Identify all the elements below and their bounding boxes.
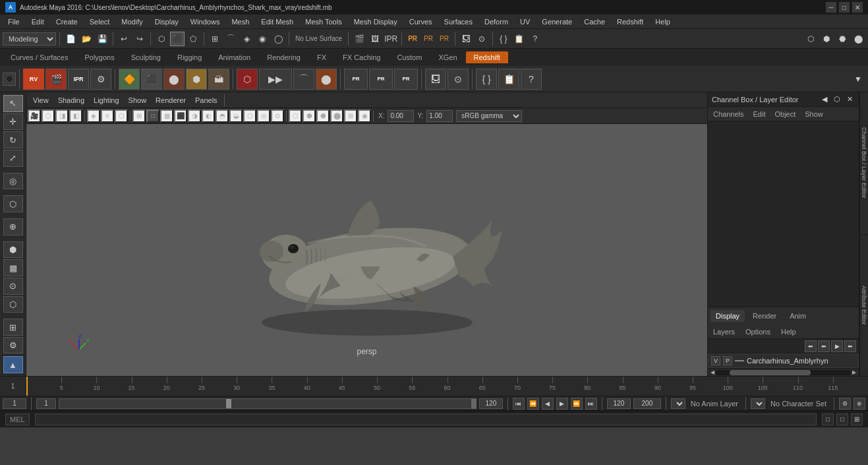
- tab-sculpting[interactable]: Sculpting: [123, 51, 169, 63]
- play-back-button[interactable]: ◀: [542, 398, 554, 410]
- vp-cam-seq-button[interactable]: ⬡: [42, 109, 55, 123]
- menu-item-select[interactable]: Select: [84, 15, 115, 28]
- layer-arrow-left-2[interactable]: ⬅: [818, 340, 830, 352]
- shelf-icon-8[interactable]: ⬡: [237, 69, 258, 90]
- char-set-settings-button[interactable]: ⊕: [854, 398, 865, 410]
- script-editor-button[interactable]: { }: [496, 32, 511, 46]
- lighting-menu[interactable]: Lighting: [90, 95, 123, 106]
- shelf-rv-button[interactable]: RV: [23, 69, 44, 90]
- timeline-ruler[interactable]: 5101520253035404550556065707580859095100…: [26, 377, 868, 396]
- layer-arrow-left-3[interactable]: ⬅: [844, 340, 856, 352]
- ipr-button[interactable]: IPR: [384, 32, 398, 46]
- tab-rigging[interactable]: Rigging: [169, 51, 210, 63]
- channel-box-resize-button[interactable]: ◀: [820, 94, 829, 104]
- shelf-icon-globe[interactable]: ⊙: [448, 69, 469, 90]
- playback-range-slider[interactable]: [59, 398, 477, 409]
- rotate-tool-button[interactable]: ↻: [3, 131, 23, 148]
- undo-button[interactable]: ↩: [117, 32, 131, 46]
- shelf-icon-dish[interactable]: ⛾: [425, 69, 446, 90]
- shelf-icon-1[interactable]: 🎬: [45, 69, 67, 90]
- vp-hud-button[interactable]: ◉: [358, 109, 371, 123]
- select-all-button[interactable]: ▦: [3, 259, 23, 276]
- panels-menu[interactable]: Panels: [191, 95, 221, 106]
- info-icon[interactable]: ⊞: [851, 414, 863, 425]
- vp-film-gate-button[interactable]: ⬣: [316, 109, 330, 123]
- render-dish-button[interactable]: ⛾: [459, 32, 473, 46]
- shelf-icon-help-q[interactable]: ?: [521, 69, 542, 90]
- shelf-pr-2[interactable]: PR: [369, 69, 393, 90]
- menu-item-display[interactable]: Display: [150, 15, 184, 28]
- anim-tab[interactable]: Anim: [784, 310, 811, 322]
- vp-shadow-button[interactable]: ◐: [202, 109, 215, 123]
- vp-wireframe-button[interactable]: ⬡: [115, 109, 128, 123]
- channel-box-vertical-tab[interactable]: Channel Box / Layer Editor: [859, 92, 868, 234]
- vp-cam-prev-button[interactable]: ◧: [69, 109, 82, 123]
- menu-item-edit-mesh[interactable]: Edit Mesh: [256, 15, 299, 28]
- layer-playback-toggle[interactable]: P: [723, 356, 732, 365]
- vp-grid-button[interactable]: ⊞: [132, 109, 146, 123]
- shelf-icon-6[interactable]: ⬢: [186, 69, 207, 90]
- timeline[interactable]: 1 51015202530354045505560657075808590951…: [0, 376, 868, 396]
- object-tab[interactable]: Object: [772, 109, 798, 119]
- snap-surface-button[interactable]: ◉: [255, 32, 270, 46]
- shelf-icon-5[interactable]: ⬤: [163, 69, 185, 90]
- mel-command-input[interactable]: [35, 414, 817, 425]
- range-start-input[interactable]: [36, 398, 56, 409]
- mel-mode-button[interactable]: MEL: [5, 414, 30, 425]
- shelf-icon-7[interactable]: 🏔: [208, 69, 229, 90]
- step-forward-button[interactable]: ⏩: [571, 398, 583, 410]
- vp-grid-toggle-button[interactable]: ⊞: [344, 109, 357, 123]
- shelf-settings-button[interactable]: ⚙: [3, 73, 16, 86]
- attribute-editor-vertical-tab[interactable]: Attribute Editor: [859, 234, 868, 377]
- layer-play-btn[interactable]: ▶: [831, 340, 843, 352]
- tab-polygons[interactable]: Polygons: [76, 51, 122, 63]
- select-button[interactable]: ⬛: [170, 32, 185, 46]
- menu-item-edit[interactable]: Edit: [26, 15, 49, 28]
- renderer-menu[interactable]: Renderer: [152, 95, 190, 106]
- vp-isolate-button[interactable]: ⬡: [289, 109, 302, 123]
- navigate-button[interactable]: ▲: [3, 356, 23, 373]
- menu-item-file[interactable]: File: [3, 15, 25, 28]
- menu-item-curves[interactable]: Curves: [404, 15, 438, 28]
- max-range-input[interactable]: [633, 398, 661, 409]
- menu-item-mesh-tools[interactable]: Mesh Tools: [300, 15, 347, 28]
- menu-item-uv[interactable]: UV: [515, 15, 535, 28]
- vp-safe-action-button[interactable]: ⬤: [330, 109, 343, 123]
- vp-exposure-button[interactable]: ◎: [257, 109, 270, 123]
- menu-item-cache[interactable]: Cache: [579, 15, 610, 28]
- shelf-icon-script[interactable]: { }: [476, 69, 497, 90]
- select-by-hierarchy-button[interactable]: ⬡: [154, 32, 169, 46]
- menu-item-help[interactable]: Help: [650, 15, 676, 28]
- tab-animation[interactable]: Animation: [210, 51, 258, 63]
- shelf-icon-2[interactable]: ⚙: [90, 69, 111, 90]
- layer-arrow-left-1[interactable]: ⬅: [805, 340, 817, 352]
- tab-xgen[interactable]: XGen: [430, 51, 465, 63]
- tab-fx[interactable]: FX: [309, 51, 334, 63]
- open-scene-button[interactable]: 📂: [79, 32, 94, 46]
- tab-rendering[interactable]: Rendering: [259, 51, 308, 63]
- shelf-icon-3[interactable]: 🔶: [119, 69, 140, 90]
- error-icon[interactable]: □: [836, 414, 848, 425]
- shelf-icon-11[interactable]: ⬤: [316, 69, 337, 90]
- scroll-right-button[interactable]: ▶: [851, 369, 857, 375]
- lasso-select-button[interactable]: ⬠: [186, 32, 200, 46]
- vp-textured-button[interactable]: ⬛: [174, 109, 187, 123]
- anim-layer-dropdown[interactable]: ▼: [671, 398, 685, 409]
- menu-item-deform[interactable]: Deform: [479, 15, 513, 28]
- vp-shading-button[interactable]: □: [146, 109, 159, 123]
- vp-hierarchy-button[interactable]: ≡: [101, 109, 114, 123]
- snap-view-button[interactable]: ◯: [271, 32, 285, 46]
- custom-tool-button[interactable]: ⬢: [3, 241, 23, 259]
- zoom-button[interactable]: ⊙: [3, 278, 23, 295]
- vp-aa-button[interactable]: ⊙: [271, 109, 284, 123]
- help-layers-menu-item[interactable]: Help: [778, 326, 799, 337]
- menu-item-modify[interactable]: Modify: [116, 15, 148, 28]
- shelf-scroll-button[interactable]: ▼: [851, 72, 865, 86]
- new-scene-button[interactable]: 📄: [63, 32, 78, 46]
- lasso-tool-button[interactable]: ⬡: [3, 195, 23, 212]
- go-to-end-button[interactable]: ⏭: [585, 398, 597, 410]
- shelf-icon-10[interactable]: ⌒: [293, 69, 314, 90]
- channels-tab[interactable]: Channels: [710, 109, 746, 119]
- go-to-start-button[interactable]: ⏮: [513, 398, 525, 410]
- shading-menu[interactable]: Shading: [54, 95, 88, 106]
